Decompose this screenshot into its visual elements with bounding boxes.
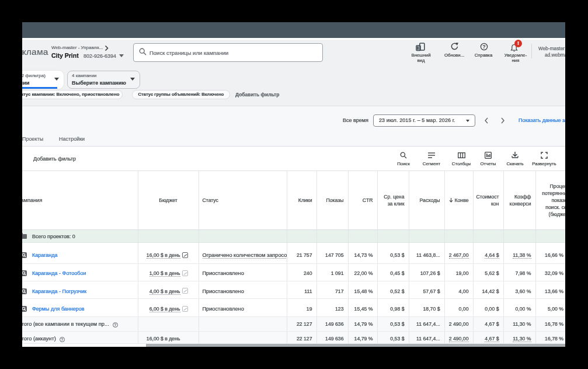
svg-text:?: ? <box>482 44 486 50</box>
